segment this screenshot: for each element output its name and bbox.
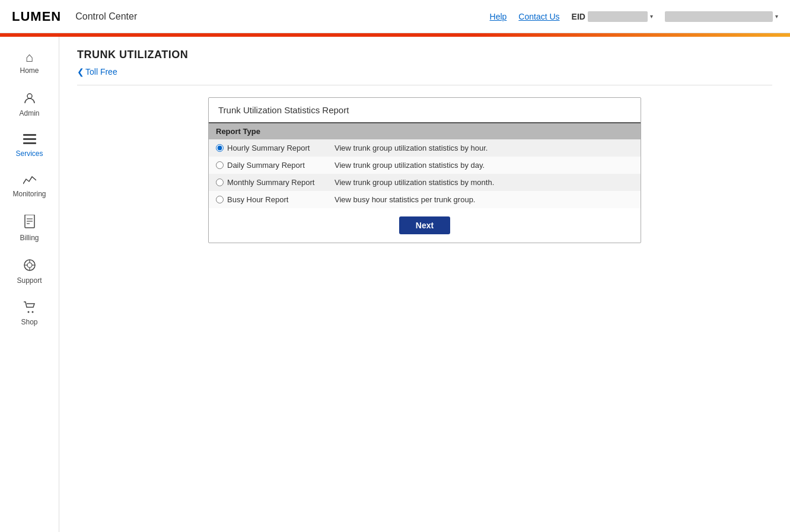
svg-rect-1 — [23, 134, 36, 136]
sidebar-label-home: Home — [20, 66, 39, 75]
report-type-header: Report Type — [209, 123, 641, 139]
table-row: Daily Summary ReportView trunk group uti… — [209, 157, 641, 174]
report-type-radio-daily[interactable] — [216, 161, 224, 169]
report-option-radio-cell[interactable]: Daily Summary Report — [209, 157, 327, 174]
sidebar-item-shop[interactable]: Shop — [0, 293, 59, 335]
eid-label: EID — [572, 12, 585, 21]
report-option-label: Daily Summary Report — [227, 161, 305, 170]
table-row: Hourly Summary ReportView trunk group ut… — [209, 139, 641, 157]
report-footer: Next — [209, 208, 641, 243]
svg-rect-3 — [23, 142, 36, 144]
report-option-radio-cell[interactable]: Busy Hour Report — [209, 191, 327, 208]
report-type-radio-hourly[interactable] — [216, 144, 224, 152]
svg-rect-2 — [23, 138, 36, 140]
svg-point-0 — [27, 94, 32, 98]
report-option-description: View trunk group utilization statistics … — [327, 139, 641, 157]
user-value: ████████████ — [665, 11, 773, 22]
help-link[interactable]: Help — [490, 12, 507, 21]
content-wrapper: TRUNK UTILIZATION Toll Free Trunk Utiliz… — [59, 37, 790, 255]
page-title: TRUNK UTILIZATION — [77, 49, 772, 61]
radio-label[interactable]: Monthly Summary Report — [216, 178, 320, 187]
next-button[interactable]: Next — [399, 216, 450, 234]
logo-text: LUMEN — [12, 9, 61, 24]
sidebar-label-billing: Billing — [20, 234, 39, 242]
sidebar-label-support: Support — [17, 276, 42, 285]
sidebar-item-support[interactable]: Support — [0, 250, 59, 293]
main-content: TRUNK UTILIZATION Toll Free Trunk Utiliz… — [59, 37, 790, 532]
report-type-table: Report Type Hourly Summary ReportView tr… — [209, 123, 641, 208]
report-type-radio-busy[interactable] — [216, 196, 224, 203]
breadcrumb-toll-free[interactable]: Toll Free — [77, 67, 117, 77]
report-type-radio-monthly[interactable] — [216, 179, 224, 186]
table-row: Busy Hour ReportView busy hour statistic… — [209, 191, 641, 208]
layout: ⌂ Home Admin Services — [0, 37, 790, 532]
logo: LUMEN — [12, 9, 61, 24]
header-right: Help Contact Us EID ██████████ ▾ ███████… — [490, 11, 778, 22]
sidebar: ⌂ Home Admin Services — [0, 37, 59, 532]
svg-point-14 — [27, 311, 29, 313]
report-option-label: Hourly Summary Report — [227, 144, 310, 152]
sidebar-label-services: Services — [15, 149, 43, 158]
user-chevron-icon[interactable]: ▾ — [775, 13, 778, 20]
monitoring-icon — [23, 174, 36, 187]
sidebar-label-admin: Admin — [19, 109, 39, 117]
eid-chevron-icon[interactable]: ▾ — [650, 13, 653, 20]
report-option-label: Monthly Summary Report — [227, 178, 314, 187]
svg-point-9 — [27, 263, 32, 267]
divider — [77, 85, 772, 85]
sidebar-item-monitoring[interactable]: Monitoring — [0, 166, 59, 206]
user-section: ████████████ ▾ — [665, 11, 778, 22]
report-option-label: Busy Hour Report — [227, 195, 288, 204]
home-icon: ⌂ — [26, 51, 33, 64]
contact-us-link[interactable]: Contact Us — [518, 12, 559, 21]
radio-label[interactable]: Busy Hour Report — [216, 195, 320, 204]
report-option-description: View trunk group utilization statistics … — [327, 157, 641, 174]
radio-label[interactable]: Daily Summary Report — [216, 161, 320, 170]
report-option-radio-cell[interactable]: Hourly Summary Report — [209, 139, 327, 157]
sidebar-item-home[interactable]: ⌂ Home — [0, 43, 59, 83]
shop-icon — [23, 301, 36, 316]
report-section-title: Trunk Utilization Statistics Report — [209, 98, 641, 123]
table-row: Monthly Summary ReportView trunk group u… — [209, 174, 641, 191]
app-title: Control Center — [75, 11, 137, 22]
radio-label[interactable]: Hourly Summary Report — [216, 144, 320, 152]
eid-section: EID ██████████ ▾ — [572, 11, 653, 22]
sidebar-item-services[interactable]: Services — [0, 126, 59, 166]
sidebar-label-shop: Shop — [21, 318, 37, 326]
admin-icon — [23, 91, 36, 107]
sidebar-label-monitoring: Monitoring — [12, 190, 46, 198]
report-option-radio-cell[interactable]: Monthly Summary Report — [209, 174, 327, 191]
support-icon — [23, 259, 36, 274]
svg-point-15 — [31, 311, 33, 313]
billing-icon — [24, 215, 36, 231]
header: LUMEN Control Center Help Contact Us EID… — [0, 0, 790, 33]
report-container: Trunk Utilization Statistics Report Repo… — [208, 97, 641, 243]
sidebar-item-admin[interactable]: Admin — [0, 83, 59, 126]
report-option-description: View busy hour statistics per trunk grou… — [327, 191, 641, 208]
report-option-description: View trunk group utilization statistics … — [327, 174, 641, 191]
services-icon — [23, 134, 36, 147]
eid-value: ██████████ — [588, 11, 648, 22]
sidebar-item-billing[interactable]: Billing — [0, 206, 59, 250]
